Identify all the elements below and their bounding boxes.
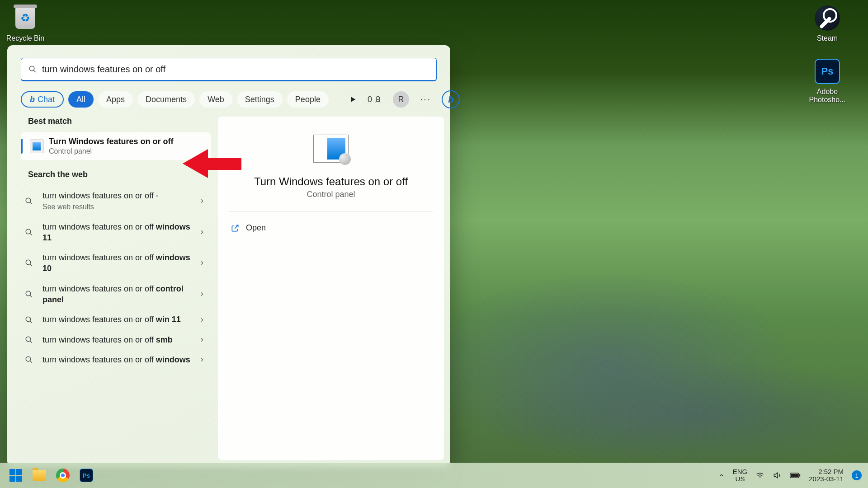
chevron-right-icon [199, 317, 205, 323]
chevron-right-icon [199, 198, 205, 204]
svg-point-11 [26, 317, 31, 322]
web-result-item[interactable]: turn windows features on or off windows … [21, 217, 211, 248]
best-match-result[interactable]: Turn Windows features on or off Control … [21, 132, 211, 160]
filter-people[interactable]: People [287, 91, 329, 108]
svg-line-14 [30, 341, 32, 343]
open-label: Open [246, 223, 266, 233]
desktop-icon-label: Adobe Photosho... [805, 88, 850, 104]
svg-line-8 [30, 264, 32, 267]
search-icon [23, 336, 35, 344]
desktop-icon-recycle-bin[interactable]: Recycle Bin [3, 5, 48, 42]
tray-overflow-icon[interactable] [718, 472, 725, 479]
filter-web[interactable]: Web [199, 91, 232, 108]
chevron-right-icon [199, 229, 205, 235]
search-icon [23, 290, 35, 298]
desktop-icon-label: Steam [805, 34, 850, 42]
play-icon[interactable] [349, 96, 357, 103]
start-button[interactable] [6, 466, 25, 485]
web-result-text: turn windows features on or off control … [42, 283, 192, 305]
svg-point-5 [26, 229, 31, 234]
rewards-icon [374, 95, 382, 103]
taskbar-file-explorer[interactable] [30, 466, 49, 485]
filter-apps[interactable]: Apps [98, 91, 133, 108]
web-result-item[interactable]: turn windows features on or off win 11 [21, 310, 211, 329]
search-icon [23, 316, 35, 324]
detail-title: Turn Windows features on or off [254, 175, 408, 188]
chevron-right-icon [199, 291, 205, 297]
web-result-item[interactable]: turn windows features on or off smb [21, 330, 211, 350]
svg-point-3 [26, 198, 31, 203]
svg-rect-18 [799, 474, 801, 476]
battery-icon[interactable] [790, 472, 801, 479]
best-match-subtitle: Control panel [49, 147, 174, 155]
search-web-header: Search the web [28, 170, 211, 179]
svg-point-2 [376, 96, 380, 100]
web-result-text: turn windows features on or off - See we… [42, 190, 192, 212]
more-options-icon[interactable]: ··· [420, 94, 431, 105]
svg-line-10 [30, 295, 32, 297]
best-match-header: Best match [28, 117, 211, 126]
search-input[interactable] [42, 64, 429, 75]
filter-documents[interactable]: Documents [137, 91, 195, 108]
search-box[interactable] [21, 58, 437, 81]
web-result-text: turn windows features on or off windows … [42, 221, 192, 244]
web-result-text: turn windows features on or off windows [42, 354, 192, 365]
svg-point-9 [26, 291, 31, 296]
notification-badge[interactable]: 1 [852, 470, 862, 480]
svg-line-6 [30, 233, 32, 235]
search-icon [23, 197, 35, 205]
svg-line-12 [30, 321, 32, 323]
recycle-bin-icon [15, 7, 35, 29]
svg-point-15 [26, 357, 31, 361]
user-avatar[interactable]: R [393, 91, 409, 108]
bing-chat-icon: b [30, 95, 35, 104]
svg-line-16 [30, 361, 32, 363]
steam-icon [815, 5, 840, 31]
open-action[interactable]: Open [229, 220, 433, 236]
web-result-text: turn windows features on or off win 11 [42, 314, 192, 325]
divider [229, 211, 433, 211]
desktop-icon-photoshop[interactable]: Ps Adobe Photosho... [805, 58, 850, 104]
clock[interactable]: 2:52 PM 2023-03-11 [809, 468, 844, 483]
windows-logo-icon [9, 469, 22, 482]
svg-point-7 [26, 260, 31, 265]
search-filter-row: b Chat All Apps Documents Web Settings P… [7, 81, 450, 117]
desktop-icon-label: Recycle Bin [3, 34, 48, 42]
taskbar-photoshop[interactable]: Ps [77, 466, 96, 485]
best-match-title: Turn Windows features on or off [49, 137, 174, 146]
wifi-icon[interactable] [755, 471, 764, 480]
web-result-item[interactable]: turn windows features on or off windows [21, 350, 211, 370]
web-result-text: turn windows features on or off smb [42, 334, 192, 345]
web-result-item[interactable]: turn windows features on or off - See we… [21, 186, 211, 217]
volume-icon[interactable] [773, 471, 782, 480]
web-result-text: turn windows features on or off windows … [42, 252, 192, 274]
control-panel-feature-icon [313, 135, 349, 163]
chevron-right-icon [199, 357, 205, 363]
rewards-points[interactable]: 0 [368, 95, 382, 104]
chrome-icon [56, 469, 70, 482]
web-result-item[interactable]: turn windows features on or off windows … [21, 248, 211, 279]
bing-icon[interactable]: b [442, 90, 460, 108]
open-external-icon [231, 224, 240, 233]
svg-line-1 [33, 70, 36, 72]
chevron-right-icon [199, 337, 205, 343]
folder-icon [33, 470, 46, 481]
svg-rect-19 [791, 474, 798, 477]
svg-point-0 [29, 66, 34, 71]
filter-all[interactable]: All [68, 91, 94, 108]
filter-chat[interactable]: b Chat [21, 91, 64, 108]
photoshop-icon: Ps [815, 59, 840, 84]
filter-settings[interactable]: Settings [237, 91, 283, 108]
taskbar-chrome[interactable] [53, 466, 72, 485]
search-icon [23, 259, 35, 267]
desktop-icon-steam[interactable]: Steam [805, 5, 850, 42]
chevron-right-icon [199, 260, 205, 266]
web-result-item[interactable]: turn windows features on or off control … [21, 279, 211, 310]
result-detail-pane: Turn Windows features on or off Control … [218, 117, 444, 460]
search-icon [23, 228, 35, 236]
photoshop-icon: Ps [80, 469, 93, 482]
control-panel-feature-icon [30, 140, 43, 153]
language-indicator[interactable]: ENG US [733, 468, 748, 483]
search-icon [23, 356, 35, 364]
svg-point-13 [26, 337, 31, 342]
